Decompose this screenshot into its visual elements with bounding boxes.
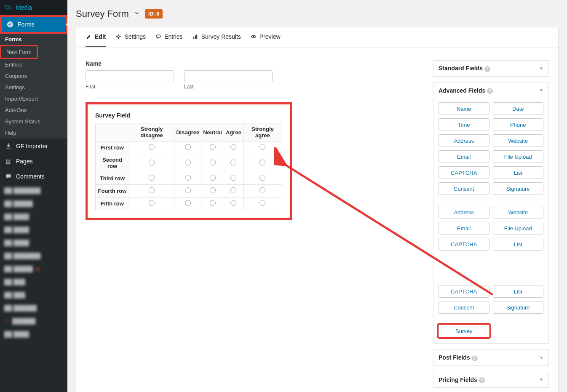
field-button-list[interactable]: List (493, 238, 544, 251)
sidebar-item-media[interactable]: Media (0, 0, 67, 15)
field-button-website[interactable]: Website (493, 206, 544, 219)
likert-radio[interactable] (149, 200, 155, 206)
field-button-address[interactable]: Address (439, 134, 489, 147)
help-icon[interactable]: ? (487, 88, 493, 94)
panel-header-post[interactable]: Post Fields? ▼ (433, 350, 548, 365)
sidebar-sub-system-status[interactable]: System Status (0, 116, 67, 127)
sidebar-sub-addons[interactable]: Add-Ons (0, 104, 67, 116)
sidebar-item-comments[interactable]: Comments (0, 169, 67, 184)
chevron-down-icon[interactable] (134, 10, 140, 18)
speech-icon (155, 33, 162, 40)
field-button-list[interactable]: List (493, 166, 544, 179)
likert-col: Disagree (174, 123, 201, 141)
likert-radio[interactable] (230, 160, 236, 165)
field-palette: Standard Fields? ▼ Advanced Fields? ▼ Na… (433, 60, 549, 392)
sidebar-item-pages[interactable]: Pages (0, 154, 67, 169)
help-icon[interactable]: ? (484, 66, 490, 72)
field-button-captcha[interactable]: CAPTCHA (439, 285, 489, 298)
field-button-address[interactable]: Address (439, 206, 489, 219)
likert-radio[interactable] (210, 187, 216, 193)
field-button-captcha[interactable]: CAPTCHA (439, 238, 489, 251)
sidebar-sub-entries[interactable]: Entries (0, 59, 67, 70)
tab-edit[interactable]: Edit (86, 33, 106, 47)
tab-settings[interactable]: Settings (115, 33, 146, 47)
likert-radio[interactable] (149, 175, 155, 181)
sidebar-sub-new-form[interactable]: New Form (1, 46, 37, 58)
likert-table: Strongly disagree Disagree Neutral Agree… (95, 123, 282, 210)
likert-radio[interactable] (185, 175, 191, 181)
field-button-email[interactable]: Email (439, 222, 489, 235)
likert-radio[interactable] (259, 144, 265, 150)
likert-radio[interactable] (210, 200, 216, 206)
field-button-phone[interactable]: Phone (493, 118, 544, 131)
likert-radio[interactable] (185, 200, 191, 206)
svg-point-6 (156, 35, 160, 38)
help-icon[interactable]: ? (472, 355, 478, 361)
field-button-consent[interactable]: Consent (439, 301, 489, 314)
field-button-list[interactable]: List (493, 285, 544, 298)
sidebar-sub-settings[interactable]: Settings (0, 82, 67, 93)
download-icon (4, 142, 13, 150)
field-button-name[interactable]: Name (439, 102, 489, 115)
likert-radio[interactable] (210, 160, 216, 165)
field-button-captcha[interactable]: CAPTCHA (439, 166, 489, 179)
sidebar-label: Comments (16, 173, 45, 180)
likert-radio[interactable] (259, 187, 265, 193)
field-button-email[interactable]: Email (439, 150, 489, 163)
panel-header-pricing[interactable]: Pricing Fields? ▼ (433, 372, 548, 388)
tab-preview[interactable]: Preview (250, 33, 281, 47)
sidebar-sub-coupons[interactable]: Coupons (0, 70, 67, 82)
tab-entries[interactable]: Entries (155, 33, 183, 47)
sidebar-sub-import-export[interactable]: Import/Export (0, 93, 67, 104)
likert-radio[interactable] (210, 144, 216, 150)
likert-radio[interactable] (149, 160, 155, 165)
tab-survey-results[interactable]: Survey Results (192, 33, 241, 47)
field-button-website[interactable]: Website (493, 134, 544, 147)
chart-icon (192, 33, 199, 40)
likert-radio[interactable] (259, 175, 265, 181)
media-icon (4, 3, 13, 12)
likert-radio[interactable] (259, 160, 265, 165)
likert-radio[interactable] (230, 175, 236, 181)
likert-col: Neutral (201, 123, 224, 141)
svg-rect-8 (195, 35, 195, 39)
sidebar-item-blurred: ██ ████ (0, 210, 67, 223)
caret-down-icon: ▼ (539, 88, 543, 93)
field-button-date[interactable]: Date (493, 102, 544, 115)
sidebar-item-gf-importer[interactable]: GF Importer (0, 139, 67, 154)
sidebar-sub-help[interactable]: Help (0, 127, 67, 139)
likert-radio[interactable] (185, 144, 191, 150)
tab-label: Entries (164, 33, 183, 40)
last-name-input[interactable] (184, 70, 273, 82)
likert-row: Third row (96, 172, 282, 185)
likert-radio[interactable] (230, 144, 236, 150)
help-icon[interactable]: ? (479, 377, 485, 383)
page-title: Survey Form (76, 8, 129, 19)
panel-header-standard[interactable]: Standard Fields? ▼ (433, 61, 548, 76)
field-button-signature[interactable]: Signature (493, 301, 544, 314)
likert-radio[interactable] (230, 200, 236, 206)
field-button-file-upload[interactable]: File Upload (493, 222, 544, 235)
tabs-bar: Edit Settings Entries Survey Results Pre… (76, 27, 558, 48)
field-button-signature[interactable]: Signature (493, 182, 544, 195)
gear-icon (115, 33, 122, 40)
likert-radio[interactable] (149, 187, 155, 193)
likert-radio[interactable] (230, 187, 236, 193)
likert-radio[interactable] (149, 144, 155, 150)
sidebar-item-blurred: ██ █████ (0, 197, 67, 210)
likert-radio[interactable] (185, 187, 191, 193)
field-button-time[interactable]: Time (439, 118, 489, 131)
sidebar-item-blurred: ██ ████ (0, 328, 67, 341)
panel-title: Pricing Fields (439, 376, 477, 383)
sidebar-sub-forms[interactable]: Forms (0, 34, 67, 45)
likert-radio[interactable] (210, 175, 216, 181)
sidebar-item-forms[interactable]: Forms (2, 17, 66, 32)
first-name-input[interactable] (86, 70, 174, 82)
panel-header-advanced[interactable]: Advanced Fields? ▼ (433, 83, 548, 99)
field-button-file-upload[interactable]: File Upload (493, 150, 544, 163)
likert-radio[interactable] (185, 160, 191, 165)
likert-radio[interactable] (259, 200, 265, 206)
field-button-survey[interactable]: Survey (439, 325, 489, 337)
field-button-consent[interactable]: Consent (439, 182, 489, 195)
sidebar-item-blurred: ██ ███████ (0, 249, 67, 262)
